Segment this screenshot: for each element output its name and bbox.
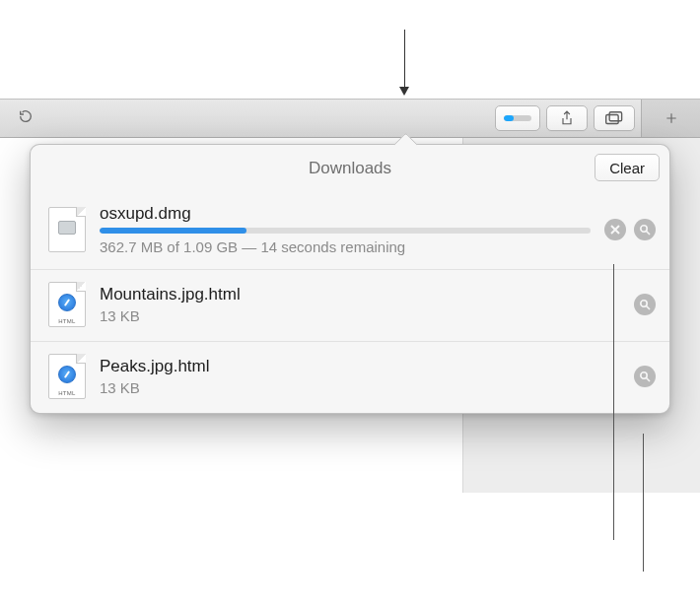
download-filename: Mountains.jpg.html	[100, 285, 620, 304]
svg-point-2	[641, 226, 647, 232]
downloads-header: Downloads Clear	[31, 145, 669, 192]
magnifier-icon	[639, 224, 651, 236]
disk-image-icon	[48, 207, 86, 252]
download-row: HTML Mountains.jpg.html 13 KB	[31, 269, 669, 341]
reload-icon	[18, 108, 34, 124]
safari-html-icon: HTML	[48, 282, 86, 327]
svg-rect-0	[606, 115, 618, 124]
magnifier-icon	[639, 299, 651, 310]
callout-line-cancel	[613, 264, 614, 540]
svg-point-3	[641, 301, 647, 306]
reveal-in-finder-button[interactable]	[634, 294, 656, 315]
callout-arrowhead-downloads	[399, 87, 409, 96]
share-icon	[560, 110, 574, 126]
download-info: osxupd.dmg 362.7 MB of 1.09 GB — 14 seco…	[100, 204, 591, 255]
downloads-list: osxupd.dmg 362.7 MB of 1.09 GB — 14 seco…	[31, 192, 669, 413]
downloads-button[interactable]	[495, 105, 540, 131]
downloads-popover: Downloads Clear osxupd.dmg 362.7 MB of 1…	[30, 144, 670, 414]
download-row: HTML Peaks.jpg.html 13 KB	[31, 341, 669, 413]
svg-point-4	[641, 372, 647, 378]
svg-rect-1	[609, 112, 621, 121]
cancel-download-button[interactable]	[604, 219, 626, 240]
reload-button[interactable]	[18, 108, 51, 128]
browser-toolbar	[0, 99, 700, 138]
download-status: 13 KB	[100, 307, 620, 324]
download-progress-fill	[100, 228, 246, 234]
safari-html-icon: HTML	[48, 354, 86, 399]
download-progress-bar	[100, 228, 591, 234]
plus-icon	[665, 111, 678, 125]
reveal-in-finder-button[interactable]	[634, 366, 656, 387]
download-filename: Peaks.jpg.html	[100, 357, 620, 376]
download-info: Peaks.jpg.html 13 KB	[100, 357, 620, 396]
download-info: Mountains.jpg.html 13 KB	[100, 285, 620, 324]
download-status: 13 KB	[100, 379, 620, 396]
magnifier-icon	[639, 371, 651, 382]
download-status: 362.7 MB of 1.09 GB — 14 seconds remaini…	[100, 238, 591, 255]
downloads-title: Downloads	[309, 159, 391, 178]
tabs-icon	[605, 111, 623, 125]
canvas-top	[0, 0, 700, 99]
reveal-in-finder-button[interactable]	[634, 219, 656, 240]
file-icon-label: HTML	[48, 390, 86, 396]
callout-line-downloads	[404, 30, 405, 87]
close-icon	[610, 225, 620, 235]
share-button[interactable]	[546, 105, 588, 131]
download-filename: osxupd.dmg	[100, 204, 591, 224]
download-row: osxupd.dmg 362.7 MB of 1.09 GB — 14 seco…	[31, 192, 669, 269]
tabs-button[interactable]	[594, 105, 635, 131]
downloads-toolbar-progress	[504, 115, 531, 121]
clear-button[interactable]: Clear	[595, 154, 660, 181]
file-icon-label: HTML	[48, 318, 86, 324]
canvas-bottom	[0, 493, 700, 608]
new-tab-button[interactable]	[641, 100, 700, 137]
callout-line-reveal	[643, 434, 644, 572]
downloads-toolbar-progress-fill	[504, 115, 514, 121]
